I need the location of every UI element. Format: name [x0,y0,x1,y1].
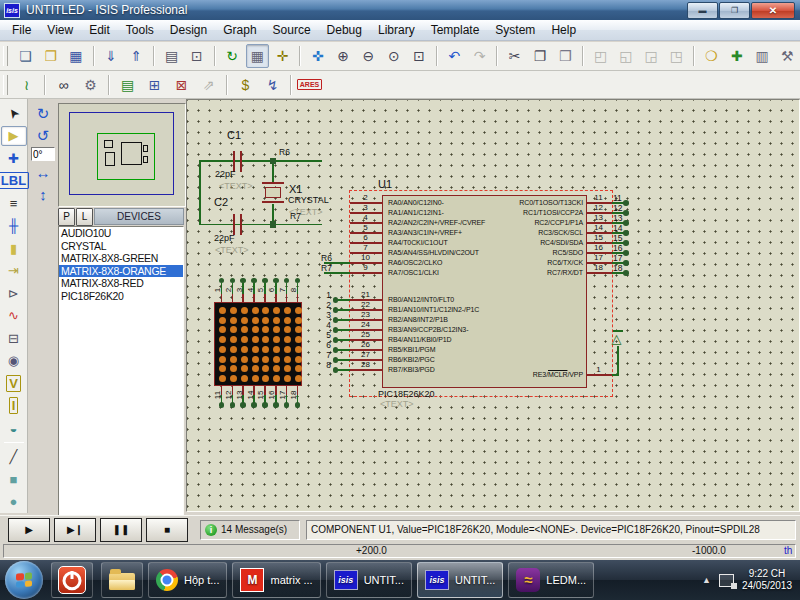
menu-view[interactable]: View [39,21,81,39]
device-item[interactable]: MATRIX-8X8-GREEN [59,252,183,265]
power-terminal[interactable]: △ [612,332,622,345]
wire-label-mode-button[interactable]: LBL [1,171,27,192]
wire-autorouter-button[interactable]: ≀ [14,73,39,97]
2d-box-mode-button[interactable]: ■ [1,469,27,490]
rotate-clockwise-button[interactable]: ↻ [31,104,55,124]
menu-tools[interactable]: Tools [118,21,162,39]
pause-button[interactable]: ❚❚ [100,518,142,542]
device-item[interactable]: MATRIX-8X8-RED [59,277,183,290]
netlist-to-ares-button[interactable]: ARES [297,73,322,97]
rotation-angle-field[interactable] [31,147,55,161]
copy-button[interactable]: ❐ [528,44,551,68]
close-button[interactable]: ✕ [751,2,795,19]
crystal-x1[interactable] [262,182,284,204]
menu-debug[interactable]: Debug [319,21,370,39]
device-item[interactable]: PIC18F26K20 [59,290,183,303]
redraw-button[interactable]: ↻ [221,44,244,68]
led-matrix-component[interactable] [214,302,302,386]
zoom-area-button[interactable]: ⊡ [407,44,430,68]
start-button[interactable] [5,561,43,599]
selection-mode-button[interactable]: ➤ [1,103,27,124]
taskbar-explorer-button[interactable] [101,562,143,598]
graph-mode-button[interactable]: ∿ [1,306,27,327]
menu-library[interactable]: Library [370,21,423,39]
flip-horizontal-button[interactable]: ↔ [31,162,55,182]
packaging-tool-button[interactable]: ▥ [750,44,773,68]
text-script-mode-button[interactable]: ≡ [1,193,27,214]
print-button[interactable]: ▤ [160,44,183,68]
taskbar-clock[interactable]: 9:22 CH 24/05/2013 [742,568,792,592]
undo-button[interactable]: ↶ [443,44,466,68]
property-assignment-button[interactable]: ⚙ [78,73,103,97]
taskbar-mplab-window-button[interactable]: matrix ... [232,562,320,598]
pick-parts-button[interactable]: ❍ [700,44,723,68]
device-item[interactable]: AUDIO10U [59,227,183,240]
current-probe-mode-button[interactable]: I [1,396,27,417]
bill-of-materials-button[interactable]: $ [233,73,258,97]
device-item[interactable]: CRYSTAL [59,240,183,253]
zoom-out-button[interactable]: ⊖ [357,44,380,68]
cut-button[interactable]: ✂ [503,44,526,68]
generator-mode-button[interactable]: ◉ [1,351,27,372]
subcircuit-mode-button[interactable]: ▮ [1,238,27,259]
menu-template[interactable]: Template [423,21,488,39]
design-explorer-button[interactable]: ▤ [115,73,140,97]
taskbar-isis-window-button[interactable]: UNTIT... [326,562,412,598]
new-sheet-button[interactable]: ⊞ [142,73,167,97]
step-button[interactable]: ▶❙ [54,518,96,542]
tape-recorder-mode-button[interactable]: ⊟ [1,328,27,349]
voltage-probe-mode-button[interactable]: V [1,373,27,394]
search-tag-button[interactable]: ∞ [51,73,76,97]
new-file-button[interactable]: ❏ [14,44,37,68]
menu-help[interactable]: Help [543,21,584,39]
zoom-in-button[interactable]: ⊕ [332,44,355,68]
decompose-button[interactable]: ⚒ [776,44,799,68]
overview-minimap[interactable] [58,103,186,207]
import-section-button[interactable]: ⇓ [100,44,123,68]
open-file-button[interactable]: ❐ [39,44,62,68]
virtual-instruments-mode-button[interactable]: ◒ [1,418,27,439]
terminal-mode-button[interactable]: ⇥ [1,261,27,282]
remove-sheet-button[interactable]: ⊠ [169,73,194,97]
menu-edit[interactable]: Edit [81,21,118,39]
export-section-button[interactable]: ⇑ [125,44,148,68]
menu-design[interactable]: Design [162,21,215,39]
pan-button[interactable]: ✜ [306,44,329,68]
play-button[interactable]: ▶ [8,518,50,542]
toggle-grid-button[interactable]: ▦ [246,44,269,68]
junction-dot-mode-button[interactable]: ✚ [1,148,27,169]
bus-mode-button[interactable]: ╫ [1,216,27,237]
device-pin-mode-button[interactable]: ⊳ [1,283,27,304]
library-manager-button[interactable]: L [76,208,93,226]
save-file-button[interactable]: ▦ [64,44,87,68]
component-mode-button[interactable]: ▶ [1,126,27,147]
zoom-all-button[interactable]: ⊙ [382,44,405,68]
message-panel[interactable]: i 14 Message(s) [200,520,300,540]
capacitor-c2[interactable] [233,214,243,235]
taskbar-ledm-window-button[interactable]: LEDM... [508,562,594,598]
device-item[interactable]: MATRIX-8X8-ORANGE [59,265,183,278]
2d-circle-mode-button[interactable]: ● [1,491,27,512]
taskbar-chrome-window-button[interactable]: Hộp t... [148,562,227,598]
electrical-rules-check-button[interactable]: ↯ [260,73,285,97]
show-hidden-icons-button[interactable]: ▲ [702,575,711,585]
taskbar-power-app-button[interactable] [51,562,93,598]
network-tray-icon[interactable] [719,574,734,587]
make-device-button[interactable]: ✚ [725,44,748,68]
menu-graph[interactable]: Graph [215,21,264,39]
rotate-counterclockwise-button[interactable]: ↺ [31,126,55,146]
taskbar-isis-window-button[interactable]: UNTIT... [417,562,503,598]
menu-system[interactable]: System [487,21,543,39]
flip-vertical-button[interactable]: ↕ [31,184,55,204]
mark-output-area-button[interactable]: ⊡ [185,44,208,68]
minimize-button[interactable]: ▬ [687,2,718,19]
menu-source[interactable]: Source [265,21,319,39]
pick-devices-button[interactable]: P [58,208,75,226]
stop-button[interactable]: ■ [146,518,188,542]
paste-button[interactable]: ❒ [554,44,577,68]
2d-line-mode-button[interactable]: ╱ [1,446,27,467]
origin-button[interactable]: ✛ [271,44,294,68]
schematic-canvas[interactable]: C122pF<TEXT>C222pF<TEXT>X1CRYSTAL<TEXT>R… [186,99,800,512]
restore-button[interactable]: ❐ [719,2,750,19]
menu-file[interactable]: File [4,21,39,39]
